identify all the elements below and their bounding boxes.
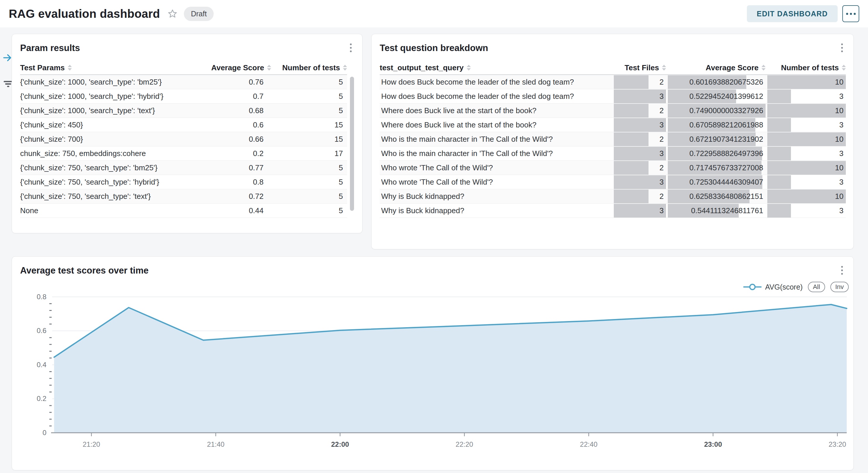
column-header[interactable]: test_output_test_query — [380, 63, 612, 72]
card-title: Param results — [20, 43, 80, 54]
param-results-card: Param results Test Params Average Score … — [12, 34, 363, 233]
table-header: test_output_test_query Test Files Averag… — [380, 61, 846, 75]
param-results-table: Test Params Average Score Number of test… — [20, 61, 347, 218]
area-chart[interactable]: 00.20.40.60.821:2021:4022:0022:2022:4023… — [12, 257, 854, 471]
table-row[interactable]: {'chunk_size': 1000, 'search_type': 'hyb… — [20, 89, 347, 104]
table-row[interactable]: {'chunk_size': 1000, 'search_type': 'bm2… — [20, 75, 347, 89]
top-header: RAG evaluation dashboard Draft EDIT DASH… — [0, 0, 868, 27]
table-row[interactable]: Where does Buck live at the start of the… — [380, 104, 846, 118]
question-breakdown-body: How does Buck become the leader of the s… — [380, 75, 846, 218]
column-header[interactable]: Test Files — [614, 63, 666, 72]
svg-text:23:00: 23:00 — [704, 440, 722, 448]
svg-text:0: 0 — [42, 429, 46, 437]
card-menu-kebab-icon[interactable] — [839, 42, 845, 54]
question-breakdown-table: test_output_test_query Test Files Averag… — [380, 61, 846, 218]
table-row[interactable]: How does Buck become the leader of the s… — [380, 75, 846, 89]
card-menu-kebab-icon[interactable] — [348, 42, 353, 54]
header-actions: EDIT DASHBOARD — [747, 5, 859, 22]
card-title: Test question breakdown — [380, 43, 488, 54]
table-row[interactable]: {'chunk_size': 700}0.6615 — [20, 132, 347, 146]
table-row[interactable]: Why is Buck kidnapped?30.544111324681176… — [380, 204, 846, 218]
column-header[interactable]: Number of tests — [271, 63, 347, 72]
param-results-body: {'chunk_size': 1000, 'search_type': 'bm2… — [20, 75, 347, 218]
table-row[interactable]: How does Buck become the leader of the s… — [380, 89, 846, 104]
table-row[interactable]: {'chunk_size': 750, 'search_type': 'text… — [20, 189, 347, 204]
scores-over-time-card: Average test scores over time AVG(score)… — [12, 256, 854, 470]
table-scrollbar[interactable] — [350, 77, 354, 211]
svg-text:21:20: 21:20 — [83, 440, 100, 448]
sort-icon[interactable] — [343, 65, 347, 71]
svg-text:23:20: 23:20 — [829, 440, 846, 448]
table-row[interactable]: Who wrote 'The Call of the Wild'?30.7253… — [380, 175, 846, 189]
status-badge: Draft — [184, 7, 214, 21]
column-header[interactable]: Average Score — [668, 63, 766, 72]
question-breakdown-card: Test question breakdown test_output_test… — [371, 34, 854, 249]
ellipsis-icon — [846, 13, 848, 15]
table-row[interactable]: None0.445 — [20, 204, 347, 218]
svg-text:0.4: 0.4 — [37, 361, 46, 369]
table-header: Test Params Average Score Number of test… — [20, 61, 347, 75]
table-row[interactable]: Who wrote 'The Call of the Wild'?20.7174… — [380, 161, 846, 175]
table-row[interactable]: Who is the main character in 'The Call o… — [380, 146, 846, 161]
svg-text:22:20: 22:20 — [456, 440, 473, 448]
column-header[interactable]: Average Score — [181, 63, 271, 72]
svg-text:0.8: 0.8 — [37, 293, 46, 301]
table-row[interactable]: Where does Buck live at the start of the… — [380, 118, 846, 132]
column-header[interactable]: Number of tests — [767, 63, 846, 72]
svg-text:0.6: 0.6 — [37, 327, 46, 335]
column-header[interactable]: Test Params — [20, 63, 181, 72]
sort-icon[interactable] — [467, 65, 471, 71]
sort-icon[interactable] — [842, 65, 846, 71]
svg-text:22:40: 22:40 — [580, 440, 597, 448]
favorite-star-icon[interactable] — [167, 9, 178, 19]
sort-icon[interactable] — [68, 65, 72, 71]
sort-icon[interactable] — [762, 65, 766, 71]
table-row[interactable]: {'chunk_size': 450}0.615 — [20, 118, 347, 132]
svg-text:0.2: 0.2 — [37, 395, 46, 402]
page-title: RAG evaluation dashboard — [9, 7, 160, 21]
table-row[interactable]: Who is the main character in 'The Call o… — [380, 132, 846, 146]
sort-icon[interactable] — [662, 65, 666, 71]
table-row[interactable]: Why is Buck kidnapped?20.625833648086215… — [380, 189, 846, 204]
table-row[interactable]: chunk_size: 750, embeddings:cohere0.217 — [20, 146, 347, 161]
svg-text:22:00: 22:00 — [331, 440, 349, 448]
table-row[interactable]: {'chunk_size': 1000, 'search_type': 'tex… — [20, 104, 347, 118]
more-options-button[interactable] — [842, 5, 859, 22]
table-row[interactable]: {'chunk_size': 750, 'search_type': 'bm25… — [20, 161, 347, 175]
edit-dashboard-button[interactable]: EDIT DASHBOARD — [747, 5, 838, 22]
svg-text:21:40: 21:40 — [207, 440, 224, 448]
sort-icon[interactable] — [267, 65, 271, 71]
table-row[interactable]: {'chunk_size': 750, 'search_type': 'hybr… — [20, 175, 347, 189]
